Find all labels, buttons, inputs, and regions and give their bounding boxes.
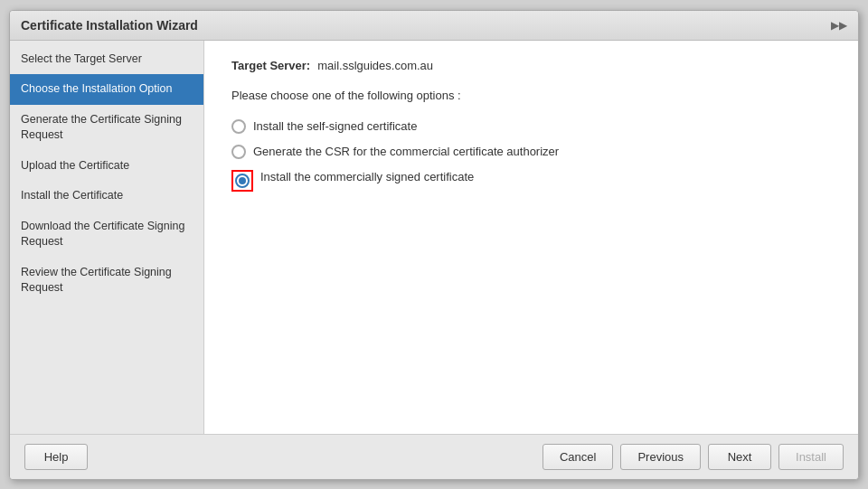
sidebar-item-upload-cert[interactable]: Upload the Certificate xyxy=(10,151,203,182)
option-commercial-signed[interactable]: Install the commercially signed certific… xyxy=(231,169,831,192)
wizard-body: Select the Target Server Choose the Inst… xyxy=(10,41,858,434)
footer: Help Cancel Previous Next Install xyxy=(10,434,858,479)
window-title: Certificate Installation Wizard xyxy=(21,18,198,33)
radio-selected-highlight xyxy=(231,170,253,192)
target-value: mail.sslguides.com.au xyxy=(317,59,433,72)
sidebar-item-choose-option[interactable]: Choose the Installation Option xyxy=(10,74,203,105)
options-list: Install the self-signed certificate Gene… xyxy=(231,118,831,192)
cancel-button[interactable]: Cancel xyxy=(542,444,613,470)
main-content: Target Server: mail.sslguides.com.au Ple… xyxy=(204,41,858,434)
sidebar-item-install-cert[interactable]: Install the Certificate xyxy=(10,181,203,212)
option-generate-csr-label: Generate the CSR for the commercial cert… xyxy=(253,144,559,160)
next-button[interactable]: Next xyxy=(708,444,771,470)
title-bar: Certificate Installation Wizard ▶▶ xyxy=(10,11,858,41)
target-info: Target Server: mail.sslguides.com.au xyxy=(231,59,831,72)
previous-button[interactable]: Previous xyxy=(620,444,701,470)
help-button[interactable]: Help xyxy=(24,444,88,470)
option-generate-csr[interactable]: Generate the CSR for the commercial cert… xyxy=(231,144,831,160)
sidebar-item-generate-csr[interactable]: Generate the Certificate Signing Request xyxy=(10,105,203,151)
radio-generate-csr[interactable] xyxy=(231,145,246,159)
option-self-signed-label: Install the self-signed certificate xyxy=(253,118,417,135)
radio-selected-inner xyxy=(239,177,246,184)
footer-left: Help xyxy=(24,444,88,470)
wizard-window: Certificate Installation Wizard ▶▶ Selec… xyxy=(9,10,859,480)
sidebar-item-review-csr[interactable]: Review the Certificate Signing Request xyxy=(10,258,203,304)
target-label: Target Server: xyxy=(231,59,310,72)
choose-prompt: Please choose one of the following optio… xyxy=(231,89,831,102)
radio-self-signed[interactable] xyxy=(231,119,246,134)
sidebar-item-download-csr[interactable]: Download the Certificate Signing Request xyxy=(10,212,203,258)
option-commercial-signed-label: Install the commercially signed certific… xyxy=(260,169,474,185)
sidebar-item-select-target[interactable]: Select the Target Server xyxy=(10,44,203,75)
radio-commercial-signed[interactable] xyxy=(235,174,250,188)
option-self-signed[interactable]: Install the self-signed certificate xyxy=(231,118,831,135)
install-button[interactable]: Install xyxy=(778,444,844,470)
sidebar: Select the Target Server Choose the Inst… xyxy=(10,41,204,434)
footer-right: Cancel Previous Next Install xyxy=(542,444,844,470)
title-bar-arrows: ▶▶ xyxy=(831,19,847,32)
